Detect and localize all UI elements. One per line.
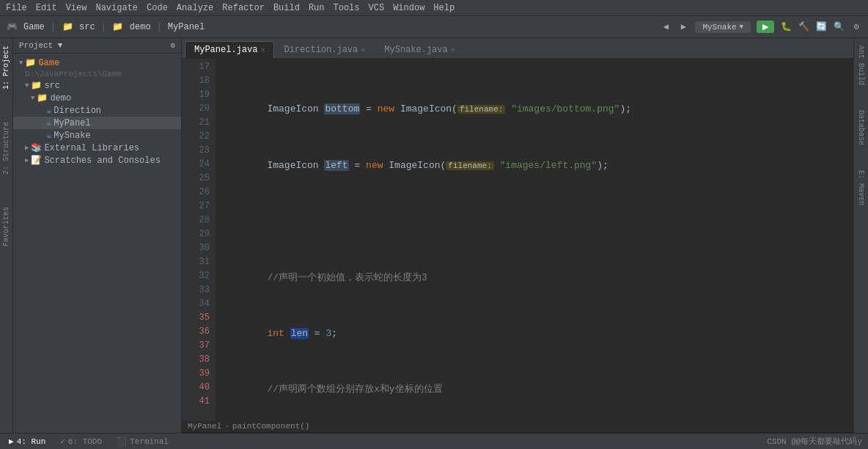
src-label[interactable]: src [79, 22, 95, 32]
bottom-tab-run[interactable]: ▶ 4: Run [6, 437, 48, 446]
run-config-label: MySnake [702, 23, 736, 32]
tree-label-direction: Direction [54, 106, 101, 116]
tree-path-label: D:\JavaProjects\Game [25, 70, 122, 79]
tab-mypanel-close[interactable]: ✕ [260, 45, 265, 54]
run-icon: ▶ [9, 437, 14, 446]
panel-settings-icon[interactable]: ⚙ [171, 41, 175, 50]
mypanel-java-icon: ☕ [46, 117, 51, 128]
demo-folder-icon2: 📁 [37, 92, 48, 103]
mysnake-java-icon: ☕ [46, 130, 51, 141]
sidebar-item-favorites[interactable]: Favorites [1, 202, 12, 251]
run-config-dropdown-icon: ▼ [740, 23, 743, 31]
tab-direction-label: Direction.java [284, 45, 358, 55]
nav-forward-icon[interactable]: ▶ [677, 21, 689, 33]
tab-mysnake-label: MySnake.java [384, 45, 447, 55]
main-layout: 1: Project 2: Structure Favorites Projec… [0, 38, 868, 433]
menu-refactor[interactable]: Refactor [222, 3, 265, 13]
right-side-panels: Ant Build Database E: Maven [853, 38, 868, 433]
menu-help[interactable]: Help [433, 3, 455, 13]
todo-tab-label: 6: TODO [68, 437, 102, 446]
tab-direction-close[interactable]: ✕ [361, 45, 365, 54]
toolbar: 🎮 Game | 📁 src | 📁 demo | MyPanel ◀ ▶ My… [0, 16, 868, 38]
search-icon[interactable]: 🔍 [833, 21, 845, 33]
bottom-tab-terminal[interactable]: ⬛ Terminal [114, 437, 172, 446]
breadcrumb-mypanel[interactable]: MyPanel [188, 422, 221, 431]
nav-back-icon[interactable]: ◀ [660, 21, 672, 33]
menu-analyze[interactable]: Analyze [177, 3, 213, 13]
tree-item-direction[interactable]: ☕ Direction [13, 104, 181, 117]
tree-arrow-scratches: ▶ [25, 156, 29, 164]
project-panel-header: Project ▼ ⚙ [13, 38, 181, 54]
line-numbers: 17 18 19 20 21 22 23 24 25 26 27 28 29 3… [182, 59, 216, 420]
breadcrumb-method[interactable]: paintComponent() [232, 422, 310, 431]
tree-item-scratches[interactable]: ▶ 📝 Scratches and Consoles [13, 154, 181, 167]
breadcrumb-sep-1: › [224, 422, 229, 431]
tree-arrow-game: ▼ [19, 59, 23, 67]
menu-window[interactable]: Window [393, 3, 424, 13]
menu-view[interactable]: View [66, 3, 87, 13]
tree-item-path: D:\JavaProjects\Game [13, 69, 181, 79]
code-line-18: ImageIcon left = new ImageIcon(filename:… [221, 158, 853, 173]
mypanel-label[interactable]: MyPanel [168, 22, 205, 32]
sync-icon[interactable]: 🔄 [815, 21, 827, 33]
todo-icon: ✓ [60, 437, 65, 446]
code-editor: 17 18 19 20 21 22 23 24 25 26 27 28 29 3… [182, 59, 853, 420]
project-name[interactable]: Game [23, 22, 45, 32]
menu-build[interactable]: Build [273, 3, 300, 13]
tab-bar: MyPanel.java ✕ Direction.java ✕ MySnake.… [182, 38, 853, 59]
left-side-tabs: 1: Project 2: Structure Favorites [0, 38, 13, 433]
settings-icon[interactable]: ⚙ [850, 21, 862, 33]
tree-label-demo: demo [50, 93, 71, 103]
tab-mypanel[interactable]: MyPanel.java ✕ [185, 41, 274, 58]
sidebar-item-project[interactable]: 1: Project [1, 41, 12, 94]
demo-label[interactable]: demo [130, 22, 151, 32]
app-icon: 🎮 [6, 21, 18, 33]
project-panel-title: Project ▼ [19, 41, 62, 50]
tab-direction[interactable]: Direction.java ✕ [274, 41, 375, 58]
terminal-icon: ⬛ [117, 437, 127, 446]
bottom-tab-todo[interactable]: ✓ 6: TODO [57, 437, 105, 446]
run-tab-label: 4: Run [17, 437, 46, 446]
src-folder-icon2: 📁 [31, 80, 42, 91]
build-icon[interactable]: 🔨 [798, 21, 809, 33]
tree-item-mypanel[interactable]: ☕ MyPanel [13, 117, 181, 129]
right-tab-database[interactable]: Database [856, 106, 867, 150]
tree-label-scratches: Scratches and Consoles [44, 156, 160, 166]
tree-label-mypanel: MyPanel [54, 118, 90, 128]
menu-run[interactable]: Run [309, 3, 325, 13]
menu-edit[interactable]: Edit [36, 3, 57, 13]
tree-arrow-demo: ▼ [31, 95, 34, 102]
tree-item-src[interactable]: ▼ 📁 src [13, 79, 181, 92]
sidebar-item-structure[interactable]: 2: Structure [1, 117, 12, 179]
tab-mypanel-label: MyPanel.java [194, 45, 257, 55]
tree-item-ext-libs[interactable]: ▶ 📚 External Libraries [13, 142, 181, 154]
menu-vcs[interactable]: VCS [369, 3, 385, 13]
right-tab-maven[interactable]: E: Maven [856, 166, 867, 210]
bottom-bar: ▶ 4: Run ✓ 6: TODO ⬛ Terminal CSDN @@每天都… [0, 433, 868, 449]
menu-code[interactable]: Code [147, 3, 168, 13]
tab-mysnake-close[interactable]: ✕ [451, 45, 455, 54]
menu-tools[interactable]: Tools [334, 3, 360, 13]
status-text: CSDN @@每天都要敲代码y [767, 437, 862, 446]
code-line-21: int len = 3; [221, 326, 853, 340]
run-config-selector[interactable]: MySnake ▼ [695, 21, 751, 33]
debug-button[interactable]: 🐛 [780, 21, 792, 33]
game-folder-icon: 📁 [25, 57, 36, 68]
menu-file[interactable]: File [6, 3, 27, 13]
ext-libs-icon: 📚 [31, 142, 42, 153]
tree-item-game[interactable]: ▼ 📁 Game [13, 56, 181, 69]
tree-item-demo[interactable]: ▼ 📁 demo [13, 92, 181, 104]
bottom-status: CSDN @@每天都要敲代码y [767, 436, 862, 447]
menu-navigate[interactable]: Navigate [95, 3, 138, 13]
tree-label-src: src [44, 81, 60, 91]
code-line-20: //声明一个初始值，表示蛇的长度为3 [221, 271, 853, 285]
tab-mysnake[interactable]: MySnake.java ✕ [375, 41, 464, 58]
terminal-tab-label: Terminal [130, 437, 169, 446]
tree-label-ext-libs: External Libraries [44, 143, 139, 153]
demo-folder-icon: 📁 [112, 21, 124, 33]
code-content[interactable]: ImageIcon bottom = new ImageIcon(filenam… [216, 59, 853, 420]
tree-item-mysnake[interactable]: ☕ MySnake [13, 129, 181, 142]
right-tab-ant-build[interactable]: Ant Build [856, 41, 867, 90]
run-button[interactable]: ▶ [757, 21, 774, 33]
direction-java-icon: ☕ [46, 105, 51, 116]
